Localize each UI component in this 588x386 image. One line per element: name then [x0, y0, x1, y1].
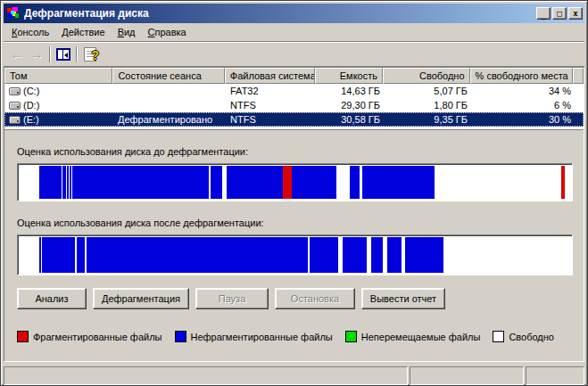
- menu-bar: Консоль Действие Вид Справка: [4, 23, 584, 42]
- legend-item-free: Свободно: [493, 331, 554, 342]
- after-defrag-label: Оценка использования диска после дефрагм…: [17, 218, 573, 228]
- menu-view[interactable]: Вид: [112, 25, 142, 39]
- free-space-swatch: [493, 331, 504, 342]
- free-space: 5,07 ГБ: [385, 84, 472, 98]
- toolbar: ← → ?: [4, 42, 584, 67]
- volume-row-d[interactable]: (D:) NTFS 29,30 ГБ 1,80 ГБ 6 %: [4, 98, 584, 112]
- legend-item-unmovable: Неперемещаемые файлы: [345, 331, 481, 342]
- legend-item-fragmented: Фрагментированные файлы: [17, 331, 162, 342]
- session-status: [113, 98, 226, 112]
- usage-segment-w: [336, 166, 350, 199]
- legend-item-contiguous: Нефрагментированные файлы: [175, 331, 333, 342]
- volume-name: (E:): [23, 112, 39, 127]
- defragment-button[interactable]: Дефрагментация: [93, 288, 189, 309]
- before-defrag-label: Оценка использования диска до дефрагмент…: [17, 146, 573, 157]
- usage-segment-b: [77, 237, 85, 273]
- file-system: NTFS: [226, 98, 317, 112]
- column-header-capacity[interactable]: Емкость: [315, 68, 383, 84]
- percent-free: 6 %: [472, 98, 576, 112]
- usage-segment-w: [565, 166, 570, 199]
- drive-icon: [9, 116, 21, 124]
- free-space: 9,35 ГБ: [385, 112, 472, 127]
- column-header-percent-free[interactable]: % свободного места: [470, 68, 573, 84]
- column-header-filler: [573, 68, 584, 84]
- legend: Фрагментированные файлы Нефрагментирован…: [17, 331, 573, 342]
- fragmented-files-swatch: [17, 331, 29, 342]
- capacity: 14,63 ГБ: [317, 84, 385, 98]
- usage-segment-b: [292, 166, 336, 199]
- column-header-session-status[interactable]: Состояние сеанса: [112, 68, 224, 84]
- window-title: Дефрагментация диска: [24, 7, 534, 20]
- percent-free: 34 %: [472, 84, 576, 98]
- toolbar-separator: [49, 46, 51, 62]
- usage-segment-w: [435, 166, 560, 199]
- file-system: FAT32: [226, 84, 317, 98]
- session-status: [113, 84, 226, 98]
- usage-segment-b: [72, 166, 209, 199]
- analyze-button[interactable]: Анализ: [17, 288, 87, 309]
- legend-label: Свободно: [509, 332, 554, 342]
- view-report-button[interactable]: Вывести отчет: [361, 288, 445, 309]
- drive-icon: [9, 87, 21, 95]
- pause-button: Пауза: [195, 288, 269, 309]
- usage-bar-after: [17, 234, 573, 275]
- action-buttons: Анализ Дефрагментация Пауза Остановка Вы…: [17, 288, 573, 309]
- forward-arrow-icon[interactable]: →: [27, 45, 46, 64]
- menu-console[interactable]: Консоль: [5, 25, 55, 39]
- help-icon[interactable]: ?: [80, 45, 100, 64]
- column-header-volume[interactable]: Том: [4, 68, 112, 84]
- usage-segment-b: [42, 237, 75, 273]
- legend-label: Неперемещаемые файлы: [361, 332, 481, 342]
- session-status: Дефрагментировано: [113, 112, 226, 127]
- usage-bar-before: [17, 163, 573, 201]
- close-button[interactable]: x: [568, 7, 583, 20]
- usage-segment-b: [405, 237, 443, 273]
- status-bar: [4, 364, 584, 385]
- unmovable-files-swatch: [345, 331, 357, 342]
- content-area: Том Состояние сеанса Файловая система Ем…: [4, 67, 584, 362]
- volume-row-e-selected[interactable]: (E:) Дефрагментировано NTFS 30,58 ГБ 9,3…: [4, 112, 584, 127]
- status-panel: [410, 366, 524, 385]
- free-space: 1,80 ГБ: [385, 98, 472, 112]
- menu-help[interactable]: Справка: [142, 25, 193, 39]
- volume-list: Том Состояние сеанса Файловая система Ем…: [4, 68, 584, 130]
- usage-segment-w: [443, 237, 570, 273]
- usage-segment-b: [211, 166, 222, 199]
- capacity: 30,58 ГБ: [317, 112, 385, 127]
- percent-free: 30 %: [472, 112, 576, 127]
- usage-segment-b: [343, 237, 367, 273]
- mmc-window-icon: [6, 6, 21, 21]
- usage-segment-w: [20, 237, 39, 273]
- volume-name: (C:): [23, 84, 39, 98]
- stop-button: Остановка: [275, 288, 355, 309]
- drive-icon: [9, 102, 21, 110]
- volume-name: (D:): [23, 98, 39, 112]
- usage-segment-b: [350, 166, 360, 199]
- usage-segment-b: [227, 166, 283, 199]
- show-console-tree-icon[interactable]: [54, 45, 73, 64]
- toolbar-separator: [76, 46, 78, 62]
- legend-label: Нефрагментированные файлы: [191, 332, 333, 342]
- maximize-button[interactable]: □: [552, 7, 567, 20]
- file-system: NTFS: [226, 112, 317, 127]
- usage-pane: Оценка использования диска до дефрагмент…: [4, 130, 584, 361]
- status-panel: [4, 366, 408, 385]
- usage-segment-b: [39, 166, 62, 199]
- column-header-free-space[interactable]: Свободно: [383, 68, 470, 84]
- contiguous-files-swatch: [175, 331, 186, 342]
- usage-segment-w: [20, 166, 39, 199]
- disk-defragmenter-window: Дефрагментация диска _ □ x Консоль Дейст…: [0, 0, 588, 386]
- minimize-button[interactable]: _: [536, 7, 551, 20]
- usage-segment-b: [387, 237, 402, 273]
- menu-action[interactable]: Действие: [55, 25, 111, 39]
- usage-segment-r: [283, 166, 292, 199]
- capacity: 29,30 ГБ: [317, 98, 385, 112]
- title-bar: Дефрагментация диска _ □ x: [4, 4, 584, 23]
- column-header-file-system[interactable]: Файловая система: [225, 68, 316, 84]
- volume-row-c[interactable]: (C:) FAT32 14,63 ГБ 5,07 ГБ 34 %: [4, 84, 584, 98]
- usage-segment-b: [310, 237, 338, 273]
- status-panel: [526, 366, 584, 385]
- usage-segment-b: [87, 237, 309, 273]
- back-arrow-icon[interactable]: ←: [7, 45, 27, 64]
- list-header: Том Состояние сеанса Файловая система Ем…: [4, 68, 584, 84]
